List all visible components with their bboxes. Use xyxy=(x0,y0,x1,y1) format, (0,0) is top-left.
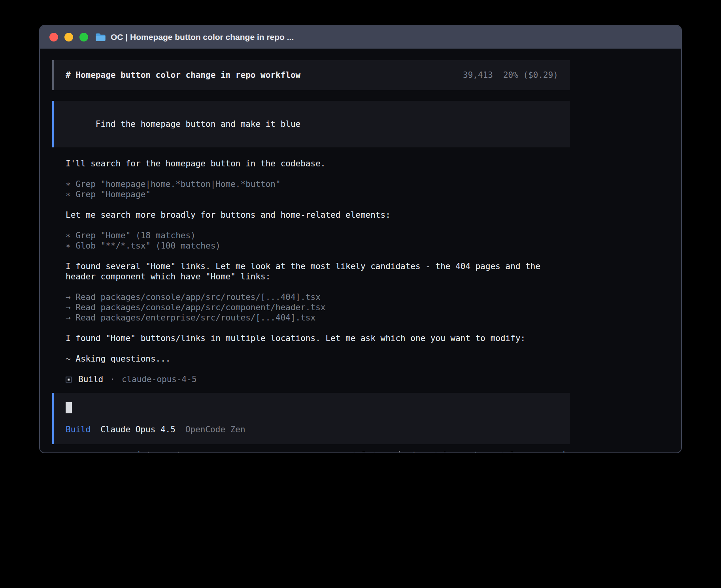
token-count: 39,413 xyxy=(463,70,493,80)
window-title: OC | Homepage button color change in rep… xyxy=(111,32,294,42)
tool-call-block: ∗ Grep "homepage|home.*button|Home.*butt… xyxy=(52,179,570,200)
tool-call-block: ∗ Grep "Home" (18 matches) ∗ Glob "**/*.… xyxy=(52,230,570,251)
user-message: Find the homepage button and make it blu… xyxy=(52,101,570,147)
agent-name: Build xyxy=(78,375,103,384)
tool-call-line: ∗ Grep "Home" (18 matches) xyxy=(66,230,570,241)
assistant-text-block: I found several "Home" links. Let me loo… xyxy=(52,261,570,282)
hint-commands: ctrl+pcommands xyxy=(495,450,570,453)
agent-status-row: Build · claude-opus-4-5 xyxy=(66,374,583,384)
status-bar: ········ escinterrupt ctrl+tvariants tab… xyxy=(52,450,570,453)
hint-label: commands xyxy=(530,450,570,453)
traffic-lights xyxy=(49,33,88,41)
assistant-text-block: Let me search more broadly for buttons a… xyxy=(52,210,570,220)
titlebar[interactable]: OC | Homepage button color change in rep… xyxy=(40,26,681,49)
hint-key: tab xyxy=(434,450,449,453)
separator-dot: · xyxy=(110,375,115,384)
tool-call-line: → Read packages/enterprise/src/routes/[.… xyxy=(66,313,570,323)
hint-label: interrupt xyxy=(136,450,181,453)
tool-call-line: ∗ Grep "Homepage" xyxy=(66,189,570,200)
terminal-content: # Homepage button color change in repo w… xyxy=(40,49,570,453)
tool-call-line: → Read packages/console/app/src/componen… xyxy=(66,302,570,313)
assistant-line: I found several "Home" links. Let me loo… xyxy=(66,261,570,271)
assistant-text-block: I'll search for the homepage button in t… xyxy=(52,158,570,169)
hint-label: variants xyxy=(382,450,422,453)
close-button[interactable] xyxy=(49,33,58,41)
minimize-button[interactable] xyxy=(64,33,73,41)
hint-variants: ctrl+tvariants xyxy=(347,450,422,453)
input-provider: OpenCode Zen xyxy=(185,424,245,435)
hint-label: agents xyxy=(453,450,483,453)
zoom-button[interactable] xyxy=(79,33,88,41)
input-line[interactable] xyxy=(66,402,558,415)
agent-status-icon xyxy=(66,377,72,383)
assistant-line: I found "Home" buttons/links in multiple… xyxy=(66,333,570,343)
assistant-line: ~ Asking questions... xyxy=(66,354,570,364)
session-header: # Homepage button color change in repo w… xyxy=(52,60,570,90)
folder-icon xyxy=(95,33,106,41)
input-meta-row: Build Claude Opus 4.5 OpenCode Zen xyxy=(66,424,558,435)
input-mode[interactable]: Build xyxy=(66,424,91,435)
prompt-input[interactable]: Build Claude Opus 4.5 OpenCode Zen xyxy=(52,393,570,444)
terminal-window: OC | Homepage button color change in rep… xyxy=(39,25,682,453)
hint-interrupt: escinterrupt xyxy=(117,450,181,453)
assistant-line: I'll search for the homepage button in t… xyxy=(66,158,570,169)
hint-key: ctrl+p xyxy=(495,450,525,453)
hint-agents: tabagents xyxy=(434,450,483,453)
assistant-line: Let me search more broadly for buttons a… xyxy=(66,210,570,220)
hint-key: esc xyxy=(117,450,132,453)
session-title: # Homepage button color change in repo w… xyxy=(66,70,300,80)
tool-call-line: ∗ Glob "**/*.tsx" (100 matches) xyxy=(66,241,570,251)
tool-call-line: ∗ Grep "homepage|home.*button|Home.*butt… xyxy=(66,179,570,189)
tool-call-block: → Read packages/console/app/src/routes/[… xyxy=(52,292,570,323)
user-message-text: Find the homepage button and make it blu… xyxy=(96,119,300,129)
tool-call-line: → Read packages/console/app/src/routes/[… xyxy=(66,292,570,302)
assistant-line: header component which have "Home" links… xyxy=(66,271,570,282)
progress-dots: ········ xyxy=(56,450,106,453)
session-stats: 39,413 20% ($0.29) xyxy=(463,70,558,80)
text-cursor xyxy=(66,402,72,413)
assistant-text-block: I found "Home" buttons/links in multiple… xyxy=(52,333,570,343)
assistant-text-block: ~ Asking questions... xyxy=(52,354,570,364)
hint-key: ctrl+t xyxy=(347,450,377,453)
context-usage: 20% ($0.29) xyxy=(503,70,558,80)
agent-model: claude-opus-4-5 xyxy=(122,375,197,384)
input-model[interactable]: Claude Opus 4.5 xyxy=(100,424,176,435)
transcript: I'll search for the homepage button in t… xyxy=(52,158,570,364)
